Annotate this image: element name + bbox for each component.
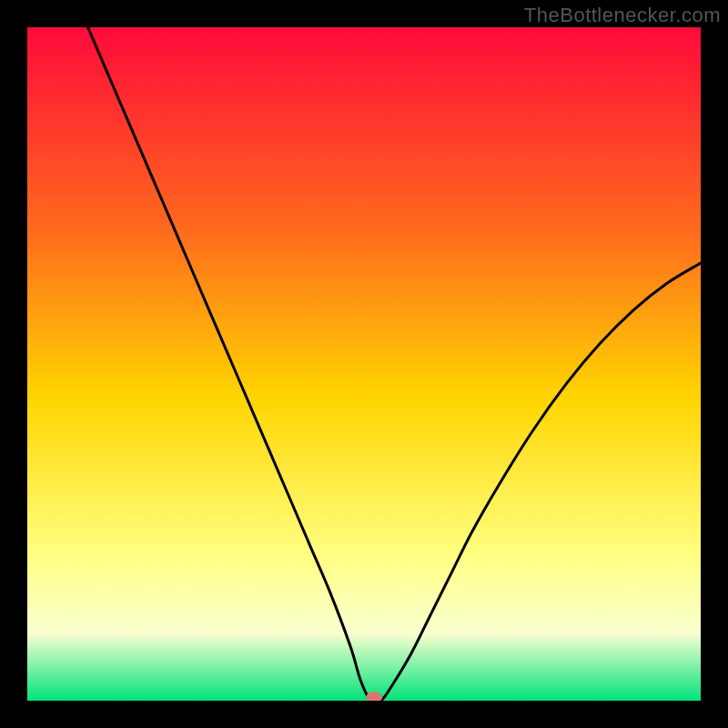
watermark-text: TheBottlenecker.com: [524, 4, 721, 27]
bottleneck-chart-svg: [27, 27, 701, 701]
gradient-background: [27, 27, 701, 701]
plot-area: [27, 27, 701, 701]
chart-frame: TheBottlenecker.com: [0, 0, 728, 728]
